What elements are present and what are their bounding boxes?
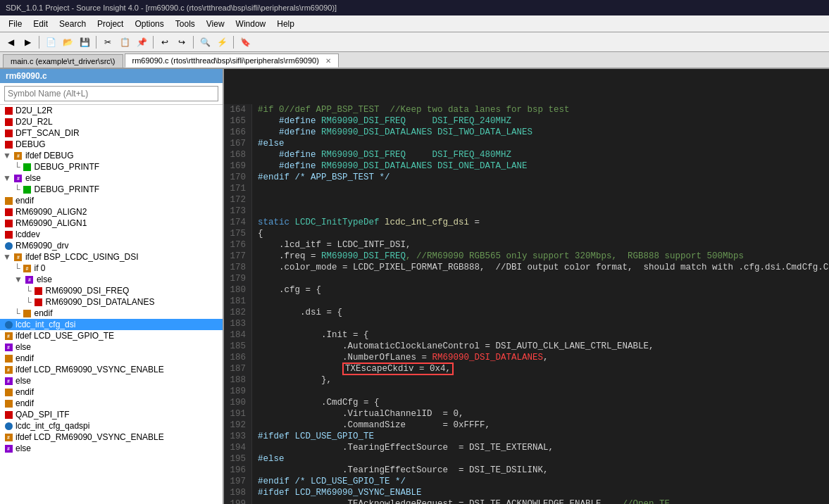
code-token: .cfg = { [258,285,321,295]
menu-help[interactable]: Help [271,18,300,30]
symbol-label: RM69090_ALIGN2 [15,207,87,217]
red-block-icon [3,229,14,239]
paste-button[interactable]: 📌 [134,34,149,50]
line-content: .CommandSize = 0xFFFF, [252,420,829,431]
symbol-item-endif_4[interactable]: endif [0,386,223,398]
symbol-item-RM69090_ALIGN2[interactable]: RM69090_ALIGN2 [0,206,223,218]
symbol-item-else_2[interactable]: ▼#else [0,274,223,285]
symbol-item-D2U_R2L[interactable]: D2U_R2L [0,116,223,127]
symbol-item-lcddev[interactable]: lcddev [0,229,223,240]
code-token: .lcd_itf = LCDC_INTF_DSI, [258,240,411,250]
macro-token: DSI_FREQ_480MHZ [406,150,511,160]
undo-button[interactable]: ↩ [157,34,173,50]
else-icon: # [24,275,35,284]
code-line-165: 165 #define RM69090_DSI_FREQ DSI_FREQ_24… [224,115,829,127]
open-button[interactable]: 📂 [60,34,75,50]
symbol-label: lcdc_int_cfg_qadspi [15,421,89,431]
symbol-item-D2U_L2R[interactable]: D2U_L2R [0,105,223,116]
symbol-item-lcdc_int_cfg_dsi[interactable]: lcdc_int_cfg_dsi [0,319,223,330]
symbol-item-DEBUG_PRINTF_1[interactable]: └DEBUG_PRINTF [0,161,223,172]
bookmark-button[interactable]: 🔖 [237,34,253,50]
code-token: = [469,218,480,227]
symbol-item-else_4[interactable]: #else [0,375,223,386]
line-content: .dsi = { [252,307,829,318]
copy-button[interactable]: 📋 [117,34,132,50]
endif-icon [3,353,14,363]
menu-view[interactable]: View [201,18,230,30]
highlighted-code: TXEscapeCkdiv = 0x4, [342,363,454,375]
ifdef-icon: # [22,263,33,273]
comment-token: //Open TE [623,499,671,504]
line-number: 191 [224,408,252,420]
redo-button[interactable]: ↪ [174,34,189,50]
symbol-item-if_0[interactable]: └#if 0 [0,263,223,274]
symbol-item-RM69090_DSI_DATALANES[interactable]: └RM69090_DSI_DATALANES [0,296,223,308]
code-line-198: 198#ifdef LCD_RM69090_VSYNC_ENABLE [224,487,829,498]
tab-close-icon[interactable]: ✕ [325,57,331,65]
main-content: rm69090.c D2U_L2RD2U_R2LDFT_SCAN_DIRDEBU… [0,69,829,504]
symbol-list: D2U_L2RD2U_R2LDFT_SCAN_DIRDEBUG▼#ifdef D… [0,105,223,504]
search-button[interactable]: 🔍 [197,34,213,50]
line-number: 198 [224,487,252,498]
symbol-item-ifdef_LCD_RM69090[interactable]: #ifdef LCD_RM69090_VSYNC_ENABLE [0,364,223,375]
symbol-label: DEBUG_PRINTF [35,184,100,194]
symbol-item-RM69090_DSI_FREQ[interactable]: └RM69090_DSI_FREQ [0,285,223,296]
symbol-item-RM69090_ALIGN1[interactable]: RM69090_ALIGN1 [0,218,223,229]
code-token [258,364,342,374]
tab-rm69090-c[interactable]: rm69090.c (rtos\rtthread\bsp\sifli\perip… [125,53,339,68]
line-content: .NumberOfLanes = RM69090_DSI_DATALANES, [252,352,829,363]
back-button[interactable]: ◀ [3,34,18,50]
ifdef-icon: # [13,252,24,262]
tab-main-c[interactable]: main.c (example\rt_driver\src\) [3,54,123,68]
save-button[interactable]: 💾 [77,34,92,50]
symbol-item-RM69090_drv[interactable]: RM69090_drv [0,240,223,251]
symbol-item-ifdef_BSP[interactable]: ▼#ifdef BSP_LCDC_USING_DSI [0,251,223,263]
symbol-label: else [15,342,31,352]
macro-token: DSI_TWO_DATA_LANES [432,127,533,137]
symbol-item-ifdef_LCD_GPIO_TE[interactable]: #ifdef LCD_USE_GPIO_TE [0,330,223,341]
line-content [252,386,829,397]
replace-button[interactable]: ⚡ [214,34,230,50]
symbol-item-ifdef_LCD_RM69090_2[interactable]: #ifdef LCD_RM69090_VSYNC_ENABLE [0,431,223,443]
menu-file[interactable]: File [3,18,27,30]
symbol-item-endif_5[interactable]: endif [0,398,223,409]
line-number: 165 [224,115,252,127]
tree-expand-icon: ▼ [3,252,11,262]
line-number: 170 [224,172,252,183]
symbol-item-ifdef_DEBUG[interactable]: ▼#ifdef DEBUG [0,150,223,161]
code-line-179: 179 [224,273,829,284]
code-line-185: 185 .AutomaticClockLaneControl = DSI_AUT… [224,341,829,352]
code-scroll[interactable]: 164#if 0//def APP_BSP_TEST //Keep two da… [224,69,829,504]
symbol-search-input[interactable] [4,86,218,101]
symbol-item-lcdc_int_cfg_qadspi[interactable]: lcdc_int_cfg_qadspi [0,420,223,431]
menu-project[interactable]: Project [92,18,129,30]
macro-token: RM69090_DSI_FREQ [321,251,406,261]
menu-bar: File Edit Search Project Options Tools V… [0,15,829,32]
symbol-item-endif_3[interactable]: endif [0,353,223,364]
menu-search[interactable]: Search [54,18,92,30]
line-number: 186 [224,352,252,363]
symbol-item-else_3[interactable]: #else [0,341,223,353]
symbol-item-else_5[interactable]: #else [0,443,223,454]
code-line-176: 176 .lcd_itf = LCDC_INTF_DSI, [224,239,829,251]
symbol-item-else_1[interactable]: ▼#else [0,172,223,184]
code-line-180: 180 .cfg = { [224,284,829,296]
forward-button[interactable]: ▶ [20,34,35,50]
menu-window[interactable]: Window [230,18,272,30]
symbol-item-DEBUG_PRINTF_2[interactable]: └DEBUG_PRINTF [0,184,223,195]
menu-tools[interactable]: Tools [170,18,201,30]
symbol-item-endif_2[interactable]: └endif [0,308,223,319]
menu-edit[interactable]: Edit [27,18,54,30]
line-content: static LCDC_InitTypeDef lcdc_int_cfg_dsi… [252,217,829,228]
symbol-item-endif_1[interactable]: endif [0,195,223,206]
symbol-item-DEBUG[interactable]: DEBUG [0,139,223,150]
cut-button[interactable]: ✂ [100,34,116,50]
symbol-item-DFT_SCAN_DIR[interactable]: DFT_SCAN_DIR [0,127,223,139]
symbol-label: ifdef LCD_USE_GPIO_TE [15,331,114,341]
menu-options[interactable]: Options [129,18,169,30]
new-button[interactable]: 📄 [43,34,58,50]
symbol-label: else [37,275,52,284]
tree-child-icon: └ [14,184,20,194]
symbol-label: lcddev [15,229,40,239]
symbol-item-QAD_SPI_ITF[interactable]: QAD_SPI_ITF [0,409,223,420]
